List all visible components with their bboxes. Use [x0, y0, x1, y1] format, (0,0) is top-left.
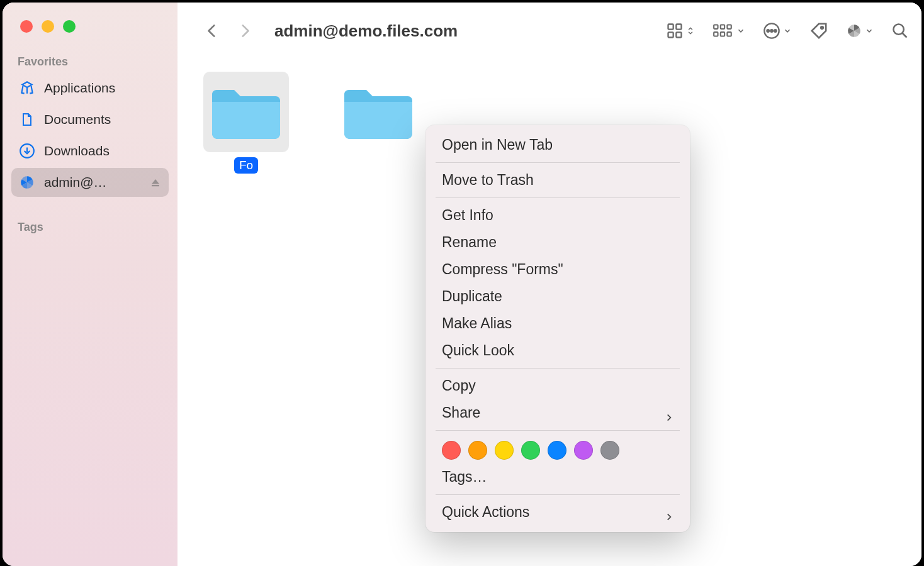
finder-window: Favorites Applications Documents Downloa…	[3, 3, 921, 566]
menu-separator	[436, 494, 680, 495]
menu-copy[interactable]: Copy	[425, 372, 690, 399]
chevron-right-icon	[665, 508, 673, 517]
search-button[interactable]	[891, 22, 909, 40]
tag-color-row	[425, 435, 690, 463]
sidebar-section-tags: Tags	[11, 217, 169, 239]
fullscreen-button[interactable]	[63, 20, 76, 33]
menu-separator	[436, 430, 680, 431]
sidebar-item-applications[interactable]: Applications	[11, 74, 169, 103]
svg-rect-2	[668, 25, 673, 30]
tag-blue[interactable]	[548, 441, 566, 460]
svg-rect-8	[727, 25, 731, 28]
svg-rect-6	[714, 25, 718, 28]
action-menu-button[interactable]	[763, 22, 792, 40]
menu-quick-look[interactable]: Quick Look	[425, 337, 690, 364]
sidebar-item-label: Applications	[44, 80, 161, 96]
toolbar-right	[666, 21, 909, 40]
svg-rect-5	[676, 32, 681, 37]
menu-separator	[436, 197, 680, 198]
sidebar-item-label: admin@…	[44, 175, 141, 190]
menu-open-new-tab[interactable]: Open in New Tab	[425, 131, 690, 158]
menu-separator	[436, 162, 680, 163]
menu-separator	[436, 368, 680, 369]
pinwheel-button[interactable]	[846, 23, 874, 39]
folder-item[interactable]: Fo	[199, 72, 293, 174]
svg-rect-10	[721, 32, 724, 36]
document-icon	[19, 111, 35, 128]
nav-buttons	[203, 21, 254, 40]
sidebar: Favorites Applications Documents Downloa…	[3, 3, 177, 566]
tag-gray[interactable]	[600, 441, 619, 460]
context-menu: Open in New Tab Move to Trash Get Info R…	[425, 125, 690, 532]
apps-icon	[19, 80, 35, 96]
menu-quick-actions[interactable]: Quick Actions	[425, 499, 690, 526]
tag-red[interactable]	[442, 441, 461, 460]
svg-rect-3	[676, 25, 681, 30]
folder-icon	[203, 72, 289, 152]
menu-get-info[interactable]: Get Info	[425, 202, 690, 229]
svg-rect-7	[721, 25, 724, 28]
tag-purple[interactable]	[574, 441, 593, 460]
menu-share[interactable]: Share	[425, 399, 690, 426]
folder-label: Fo	[234, 157, 258, 174]
svg-point-13	[767, 30, 769, 32]
main-area: admin@demo.files.com	[177, 3, 921, 566]
tag-yellow[interactable]	[495, 441, 514, 460]
svg-rect-4	[668, 32, 673, 37]
svg-rect-9	[714, 32, 718, 36]
sidebar-item-documents[interactable]: Documents	[11, 105, 169, 134]
sidebar-item-label: Downloads	[44, 143, 161, 158]
svg-rect-11	[727, 32, 731, 36]
sidebar-section-favorites: Favorites	[11, 52, 169, 74]
chevron-right-icon	[665, 409, 673, 418]
svg-point-15	[774, 30, 777, 32]
sidebar-item-downloads[interactable]: Downloads	[11, 136, 169, 165]
svg-line-18	[903, 33, 907, 38]
pinwheel-icon	[19, 174, 35, 191]
menu-duplicate[interactable]: Duplicate	[425, 283, 690, 310]
tag-green[interactable]	[521, 441, 540, 460]
tags-button[interactable]	[809, 21, 828, 40]
sidebar-item-label: Documents	[44, 112, 161, 127]
menu-move-to-trash[interactable]: Move to Trash	[425, 167, 690, 194]
group-button[interactable]	[713, 23, 745, 39]
forward-button[interactable]	[235, 21, 254, 40]
menu-compress[interactable]: Compress "Forms"	[425, 256, 690, 283]
download-icon	[19, 143, 35, 159]
view-icons-button[interactable]	[666, 22, 695, 40]
svg-rect-1	[152, 185, 159, 186]
svg-point-17	[894, 25, 904, 35]
back-button[interactable]	[203, 21, 222, 40]
window-controls	[11, 14, 169, 52]
folder-label	[373, 157, 383, 160]
tag-orange[interactable]	[468, 441, 487, 460]
svg-point-14	[770, 30, 773, 32]
close-button[interactable]	[20, 20, 33, 33]
minimize-button[interactable]	[42, 20, 54, 33]
svg-point-16	[821, 26, 823, 29]
folder-icon	[335, 72, 421, 152]
folder-item[interactable]	[331, 72, 425, 160]
menu-rename[interactable]: Rename	[425, 229, 690, 256]
eject-icon[interactable]	[150, 177, 161, 188]
menu-tags[interactable]: Tags…	[425, 463, 690, 491]
toolbar: admin@demo.files.com	[177, 3, 921, 59]
path-title: admin@demo.files.com	[274, 21, 458, 41]
sidebar-item-mounted-drive[interactable]: admin@…	[11, 168, 169, 197]
menu-make-alias[interactable]: Make Alias	[425, 310, 690, 337]
